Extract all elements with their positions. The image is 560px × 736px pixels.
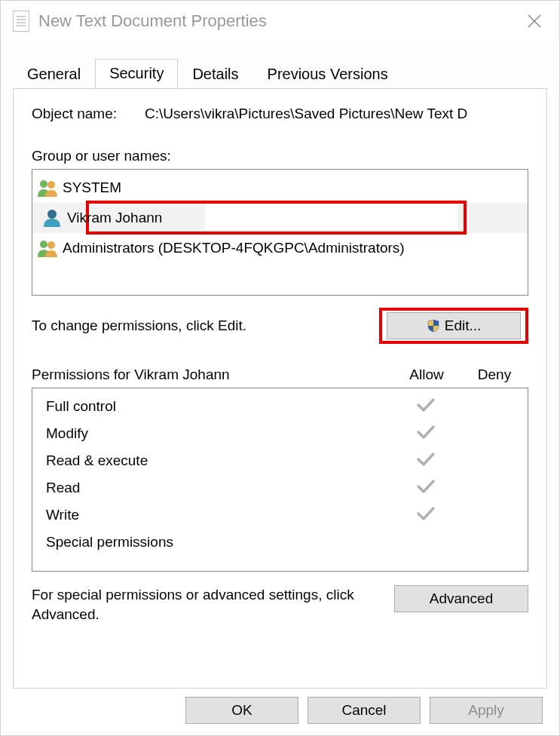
object-name-value: C:\Users\vikra\Pictures\Saved Pictures\N… bbox=[145, 106, 528, 122]
perm-allow bbox=[392, 452, 460, 471]
change-permissions-row: To change permissions, click Edit. Edit.… bbox=[32, 308, 528, 344]
tab-general[interactable]: General bbox=[13, 60, 95, 89]
document-icon bbox=[13, 11, 29, 32]
advanced-button[interactable]: Advanced bbox=[394, 585, 528, 612]
tab-details[interactable]: Details bbox=[178, 60, 252, 89]
permissions-header-allow: Allow bbox=[393, 366, 461, 383]
button-bar: OK Cancel Apply bbox=[1, 685, 559, 735]
permissions-table: Full control Modify Read & execute Read bbox=[32, 388, 528, 572]
perm-allow bbox=[392, 425, 460, 443]
edit-button[interactable]: Edit... bbox=[387, 312, 521, 339]
permissions-header: Permissions for Vikram Johann Allow Deny bbox=[32, 366, 528, 383]
window-title: New Text Document Properties bbox=[38, 11, 516, 31]
object-name-label: Object name: bbox=[32, 106, 145, 122]
advanced-row: For special permissions or advanced sett… bbox=[32, 585, 528, 624]
user-row-vikram[interactable]: Vikram Johann bbox=[32, 203, 528, 233]
permissions-header-name: Permissions for Vikram Johann bbox=[32, 366, 393, 383]
perm-name: Special permissions bbox=[46, 534, 392, 550]
perm-row-full-control[interactable]: Full control bbox=[32, 393, 528, 420]
check-icon bbox=[416, 452, 436, 471]
titlebar: New Text Document Properties bbox=[1, 1, 559, 41]
change-permissions-text: To change permissions, click Edit. bbox=[32, 317, 379, 334]
object-name-row: Object name: C:\Users\vikra\Pictures\Sav… bbox=[32, 106, 528, 122]
perm-name: Write bbox=[46, 507, 392, 523]
close-button[interactable] bbox=[516, 6, 553, 36]
close-icon bbox=[528, 14, 541, 28]
perm-row-read[interactable]: Read bbox=[32, 474, 528, 501]
shield-icon bbox=[427, 319, 440, 333]
user-row-label: Vikram Johann bbox=[67, 210, 162, 226]
check-icon bbox=[416, 479, 436, 498]
groups-label: Group or user names: bbox=[32, 148, 528, 164]
check-icon bbox=[416, 506, 436, 525]
svg-point-1 bbox=[47, 181, 55, 189]
tab-strip: General Security Details Previous Versio… bbox=[1, 41, 559, 88]
user-icon bbox=[41, 209, 63, 227]
redaction-patch bbox=[205, 204, 457, 230]
tab-content: Object name: C:\Users\vikra\Pictures\Sav… bbox=[13, 88, 547, 688]
perm-row-read-execute[interactable]: Read & execute bbox=[32, 447, 528, 474]
svg-point-2 bbox=[47, 210, 57, 219]
user-row-administrators[interactable]: Administrators (DESKTOP-4FQKGPC\Administ… bbox=[32, 233, 528, 263]
tab-previous-versions[interactable]: Previous Versions bbox=[253, 60, 402, 89]
advanced-text: For special permissions or advanced sett… bbox=[32, 585, 379, 624]
users-icon bbox=[37, 179, 58, 197]
perm-allow bbox=[392, 397, 460, 416]
permissions-header-deny: Deny bbox=[461, 366, 528, 383]
perm-name: Read bbox=[46, 480, 392, 496]
apply-button: Apply bbox=[430, 697, 543, 724]
perm-name: Full control bbox=[46, 398, 392, 415]
check-icon bbox=[416, 397, 436, 416]
ok-button[interactable]: OK bbox=[185, 697, 298, 724]
user-row-label: Administrators (DESKTOP-4FQKGPC\Administ… bbox=[63, 240, 405, 256]
svg-point-3 bbox=[40, 241, 47, 248]
edit-button-highlight: Edit... bbox=[379, 308, 528, 344]
perm-row-special[interactable]: Special permissions bbox=[32, 529, 528, 556]
perm-row-write[interactable]: Write bbox=[32, 501, 528, 529]
user-row-label: SYSTEM bbox=[63, 179, 121, 196]
properties-window: New Text Document Properties General Sec… bbox=[0, 0, 560, 736]
users-icon bbox=[37, 239, 58, 257]
perm-name: Read & execute bbox=[46, 452, 392, 469]
cancel-button[interactable]: Cancel bbox=[308, 697, 421, 724]
perm-allow bbox=[392, 479, 460, 498]
tab-security[interactable]: Security bbox=[95, 59, 178, 89]
svg-point-4 bbox=[47, 241, 55, 249]
edit-button-label: Edit... bbox=[445, 317, 482, 334]
perm-allow bbox=[392, 506, 460, 525]
user-row-system[interactable]: SYSTEM bbox=[32, 173, 528, 203]
check-icon bbox=[416, 425, 436, 443]
perm-row-modify[interactable]: Modify bbox=[32, 420, 528, 447]
user-list[interactable]: SYSTEM Vikram Johann Administrators (DES… bbox=[32, 169, 528, 296]
svg-point-0 bbox=[40, 180, 47, 188]
perm-name: Modify bbox=[46, 425, 392, 442]
